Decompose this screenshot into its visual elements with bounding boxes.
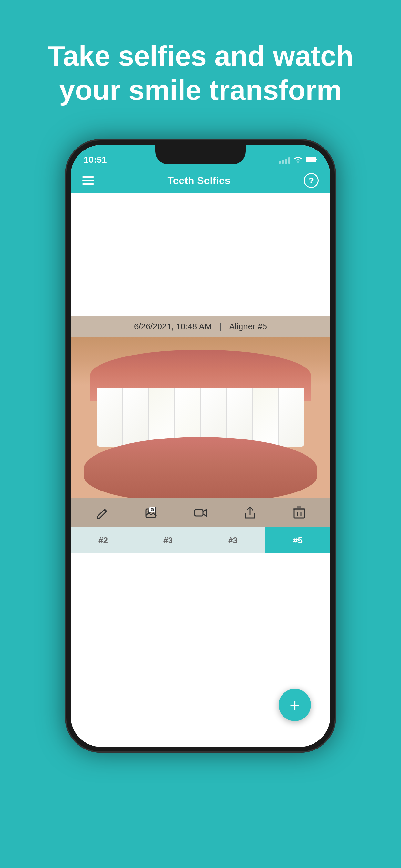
tooth-2 bbox=[123, 389, 149, 446]
action-bar bbox=[71, 498, 330, 527]
delete-button[interactable] bbox=[289, 503, 309, 523]
signal-dot-2 bbox=[282, 160, 284, 164]
headline: Take selfies and watch your smile transf… bbox=[22, 0, 379, 133]
video-button[interactable] bbox=[191, 503, 210, 523]
signal-dot-3 bbox=[285, 159, 287, 164]
menu-line-3 bbox=[82, 183, 94, 185]
battery-icon bbox=[306, 156, 317, 165]
screen: 10:51 bbox=[71, 145, 330, 747]
date-divider: | bbox=[219, 321, 221, 332]
tabs-bar: #2 #3 #3 #5 bbox=[71, 527, 330, 553]
tab-2[interactable]: #2 bbox=[71, 527, 135, 553]
status-time: 10:51 bbox=[84, 155, 107, 165]
tooth-1 bbox=[96, 389, 123, 446]
gallery-button[interactable] bbox=[142, 503, 161, 523]
tooth-8 bbox=[279, 389, 305, 446]
date-bar: 6/26/2021, 10:48 AM | Aligner #5 bbox=[71, 316, 330, 337]
nav-title: Teeth Selfies bbox=[167, 175, 230, 187]
svg-point-6 bbox=[151, 508, 154, 511]
signal-dot-1 bbox=[279, 161, 281, 164]
menu-line-1 bbox=[82, 176, 94, 178]
headline-line1: Take selfies and watch bbox=[48, 40, 353, 72]
photo-date: 6/26/2021, 10:48 AM bbox=[134, 321, 212, 332]
teeth-photo bbox=[71, 337, 330, 498]
fab-icon: + bbox=[289, 694, 300, 716]
signal-dots bbox=[279, 157, 290, 164]
svg-rect-2 bbox=[316, 159, 317, 160]
svg-rect-8 bbox=[294, 509, 305, 518]
edit-button[interactable] bbox=[92, 503, 112, 523]
aligner-label: Aligner #5 bbox=[229, 321, 267, 332]
tooth-7 bbox=[253, 389, 279, 446]
nav-bar: Teeth Selfies ? bbox=[71, 167, 330, 193]
signal-dot-4 bbox=[288, 157, 290, 164]
svg-rect-7 bbox=[195, 509, 203, 516]
phone-frame: 10:51 bbox=[65, 139, 336, 753]
share-button[interactable] bbox=[240, 503, 259, 523]
status-icons bbox=[279, 156, 317, 165]
menu-line-2 bbox=[82, 180, 94, 181]
background: Take selfies and watch your smile transf… bbox=[0, 0, 401, 868]
help-button[interactable]: ? bbox=[304, 173, 319, 188]
main-photo bbox=[71, 193, 330, 316]
tab-5[interactable]: #5 bbox=[266, 527, 330, 553]
wifi-icon bbox=[294, 156, 303, 165]
add-selfie-button[interactable]: + bbox=[279, 689, 311, 721]
tab-3b[interactable]: #3 bbox=[201, 527, 266, 553]
notch bbox=[155, 145, 246, 164]
tab-3a[interactable]: #3 bbox=[135, 527, 201, 553]
lower-lip bbox=[84, 437, 317, 498]
menu-icon[interactable] bbox=[82, 176, 94, 185]
headline-line2: your smile transform bbox=[59, 74, 342, 106]
svg-rect-1 bbox=[306, 158, 315, 161]
